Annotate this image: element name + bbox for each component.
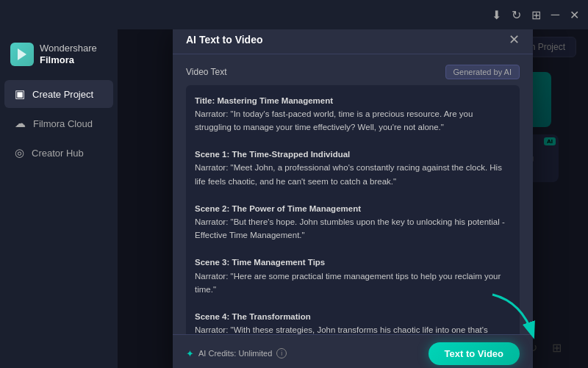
logo-text: Wondershare Filmora — [40, 43, 97, 65]
ai-credits-label: AI Credits: Unlimited — [198, 349, 272, 358]
ai-credits: ✦ AI Credits: Unlimited i — [186, 348, 287, 359]
info-icon[interactable]: i — [276, 348, 287, 358]
modal-body: Video Text Generated by AI Title: Master… — [173, 54, 533, 334]
text-to-video-button[interactable]: Text to Video — [429, 342, 520, 365]
modal-title: AI Text to Video — [186, 34, 263, 46]
narrator-intro: Narrator: "In today's fast-paced world, … — [195, 107, 511, 134]
cloud-icon: ☁ — [15, 117, 26, 130]
scene2-title: Scene 2: The Power of Time Management — [195, 204, 361, 213]
sidebar: Wondershare Filmora ▣ Create Project ☁ F… — [0, 29, 118, 368]
top-bar: ⬇ ↻ ⊞ ─ ✕ — [0, 0, 588, 29]
svg-marker-0 — [18, 48, 26, 60]
scene3-title: Scene 3: Time Management Tips — [195, 258, 325, 267]
main-area: Wondershare Filmora ▣ Create Project ☁ F… — [0, 29, 588, 368]
modal-close-button[interactable]: ✕ — [509, 33, 520, 46]
modal: AI Text to Video ✕ Video Text Generated … — [173, 29, 533, 368]
minimize-icon[interactable]: ─ — [551, 8, 559, 21]
text-content: Title: Mastering Time Management Narrato… — [195, 94, 511, 334]
create-project-icon: ▣ — [15, 87, 25, 101]
content-area: 📁 Open Project AI Copywriting 🔍 ↻ ⊞ AI T… — [118, 29, 588, 368]
ai-icon: ✦ — [186, 348, 194, 359]
brand-name: Wondershare — [40, 43, 97, 54]
grid-icon[interactable]: ⊞ — [531, 8, 541, 22]
scene1-narrator: Narrator: "Meet John, a professional who… — [195, 161, 511, 188]
scene2-narrator: Narrator: "But there's hope. John stumbl… — [195, 215, 511, 242]
text-area-box[interactable]: Title: Mastering Time Management Narrato… — [186, 85, 520, 334]
scene3-narrator: Narrator: "Here are some practical time … — [195, 270, 511, 297]
sidebar-item-label: Creator Hub — [32, 148, 84, 159]
sidebar-item-creator-hub[interactable]: ◎ Creator Hub — [4, 139, 113, 167]
generated-badge: Generated by AI — [445, 65, 520, 79]
app-name: Filmora — [40, 54, 74, 65]
scene1-title: Scene 1: The Time-Strapped Individual — [195, 150, 350, 159]
video-text-label: Video Text — [186, 67, 227, 77]
logo: Wondershare Filmora — [0, 37, 118, 79]
modal-footer: ✦ AI Credits: Unlimited i Text to Video — [173, 334, 533, 369]
scene4-title: Scene 4: The Transformation — [195, 312, 311, 321]
modal-overlay: AI Text to Video ✕ Video Text Generated … — [118, 29, 588, 368]
sidebar-item-label: Filmora Cloud — [33, 118, 93, 129]
sync-icon[interactable]: ↻ — [512, 8, 521, 22]
modal-header: AI Text to Video ✕ — [173, 29, 533, 54]
title-line: Title: Mastering Time Management — [195, 96, 333, 105]
sidebar-item-label: Create Project — [32, 89, 93, 100]
close-icon[interactable]: ✕ — [570, 8, 579, 22]
download-icon[interactable]: ⬇ — [492, 8, 501, 22]
video-text-label-row: Video Text Generated by AI — [186, 65, 520, 79]
creator-hub-icon: ◎ — [15, 146, 24, 159]
logo-icon — [10, 43, 34, 66]
sidebar-item-filmora-cloud[interactable]: ☁ Filmora Cloud — [4, 109, 113, 137]
scene4-narrator: Narrator: "With these strategies, John t… — [195, 323, 511, 333]
sidebar-item-create-project[interactable]: ▣ Create Project — [4, 80, 113, 108]
